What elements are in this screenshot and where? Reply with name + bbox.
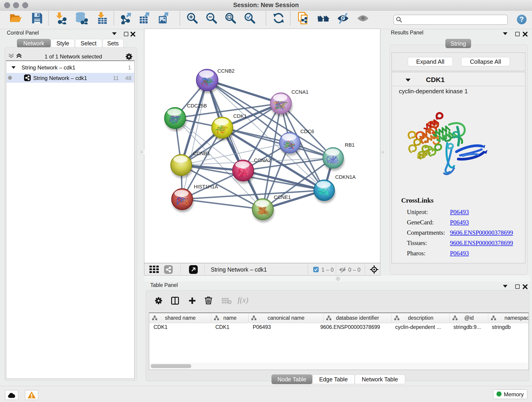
svg-text:CCNA1: CCNA1 [291, 89, 309, 95]
svg-text:CDK1: CDK1 [233, 113, 247, 119]
svg-text:CCNE1: CCNE1 [274, 194, 291, 200]
svg-text:CDKN1A: CDKN1A [335, 174, 356, 180]
svg-text:CDC6: CDC6 [300, 128, 314, 134]
svg-text:RB1: RB1 [345, 142, 355, 148]
svg-text:HIST1H1A: HIST1H1A [194, 184, 218, 190]
svg-text:CCNA2: CCNA2 [254, 157, 271, 163]
svg-text:CDC25B: CDC25B [187, 103, 207, 109]
svg-text:CCNB1: CCNB1 [193, 151, 210, 156]
svg-text:CCNB2: CCNB2 [217, 68, 234, 74]
